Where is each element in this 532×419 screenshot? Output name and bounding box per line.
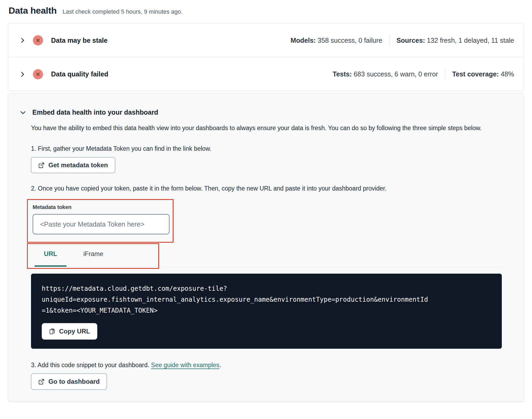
status-row-stats: Tests: 683 success, 6 warn, 0 error Test… [333, 68, 514, 80]
page-header: Data health Last check completed 5 hours… [0, 0, 532, 16]
tests-stat-label: Tests: [333, 70, 352, 78]
step3-text: 3. Add this code snippet to your dashboa… [31, 362, 512, 369]
external-link-icon [38, 379, 44, 385]
step1-text: 1. First, gather your Metadata Token you… [31, 145, 512, 152]
status-row-label: Data quality failed [51, 70, 108, 78]
chevron-right-icon[interactable] [19, 71, 26, 78]
embed-url-text: https://metadata.cloud.getdbt.com/exposu… [42, 283, 491, 316]
sources-stat-label: Sources: [396, 37, 425, 44]
metadata-token-label: Metadata token [33, 204, 173, 210]
tests-stat: Tests: 683 success, 6 warn, 0 error [333, 70, 438, 78]
go-to-dashboard-button[interactable]: Go to dashboard [31, 374, 107, 390]
sources-stat: Sources: 132 fresh, 1 delayed, 11 stale [396, 37, 514, 44]
go-to-dashboard-label: Go to dashboard [48, 378, 100, 385]
models-stat-label: Models: [291, 37, 316, 44]
stat-divider [389, 34, 390, 46]
metadata-token-input[interactable] [33, 214, 169, 234]
test-coverage-stat-label: Test coverage: [452, 70, 499, 78]
error-status-icon [33, 35, 43, 45]
guide-examples-link[interactable]: See guide with examples [151, 362, 219, 368]
copy-url-button[interactable]: Copy URL [42, 323, 97, 340]
test-coverage-stat-value: 48% [501, 70, 514, 78]
status-row-label: Data may be stale [51, 37, 107, 44]
embed-output-tabs-area: URL iFrame [27, 243, 501, 269]
step3-suffix: . [219, 362, 221, 368]
models-stat: Models: 358 success, 0 failure [291, 37, 382, 44]
last-check-status: Last check completed 5 hours, 9 minutes … [63, 8, 183, 15]
tab-iframe[interactable]: iFrame [72, 250, 115, 267]
status-card: Data may be stale Models: 358 success, 0… [8, 23, 524, 91]
status-row-data-quality[interactable]: Data quality failed Tests: 683 success, … [8, 57, 524, 91]
copy-url-label: Copy URL [59, 328, 90, 335]
embed-output-tabs: URL iFrame [29, 250, 115, 267]
external-link-icon [38, 162, 44, 168]
tabs-baseline-rule [29, 267, 501, 267]
chevron-down-icon[interactable] [20, 109, 26, 116]
error-status-icon [33, 69, 43, 79]
stat-divider [445, 68, 445, 80]
chevron-right-icon[interactable] [19, 37, 26, 44]
get-metadata-token-button[interactable]: Get metadata token [31, 157, 115, 173]
embed-section-toggle[interactable]: Embed data health into your dashboard [20, 108, 512, 116]
test-coverage-stat: Test coverage: 48% [452, 70, 514, 78]
step3-prefix: 3. Add this code snippet to your dashboa… [31, 362, 151, 368]
copy-icon [49, 328, 55, 335]
models-stat-value: 358 success, 0 failure [318, 37, 382, 44]
sources-stat-value: 132 fresh, 1 delayed, 11 stale [427, 37, 514, 44]
get-metadata-token-label: Get metadata token [48, 161, 108, 169]
tab-url[interactable]: URL [29, 250, 72, 267]
status-row-stats: Models: 358 success, 0 failure Sources: … [291, 34, 514, 46]
tests-stat-value: 683 success, 6 warn, 0 error [354, 70, 438, 78]
step2-text: 2. Once you have copied your token, past… [31, 185, 512, 192]
embed-description: You have the ability to embed this data … [31, 123, 510, 133]
embed-panel: Embed data health into your dashboard Yo… [8, 93, 524, 401]
page-title: Data health [9, 5, 57, 16]
embed-url-code-block: https://metadata.cloud.getdbt.com/exposu… [31, 274, 502, 349]
embed-section-title: Embed data health into your dashboard [32, 108, 158, 116]
annotation-box-token-field: Metadata token [27, 199, 174, 243]
status-row-data-stale[interactable]: Data may be stale Models: 358 success, 0… [8, 24, 524, 57]
